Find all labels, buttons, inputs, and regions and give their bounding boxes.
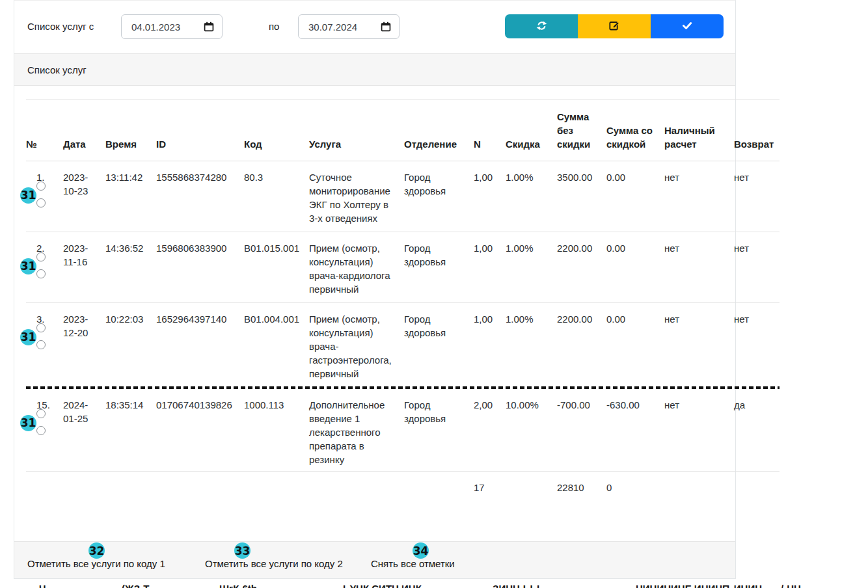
check-icon [681, 20, 693, 33]
date-cell: 2023-10-23 [63, 161, 105, 232]
action-button-group [505, 14, 724, 38]
confirm-button[interactable] [651, 14, 724, 38]
date-to-input[interactable]: 30.07.2024 [298, 14, 400, 39]
time-cell: 10:22:03 [105, 303, 156, 386]
filter-row: Список услуг с 04.01.2023 по 30.07.2024 [14, 1, 735, 53]
mark-all-code1-link[interactable]: Отметить все услуги по коду 1 [27, 558, 165, 569]
row-radio-code2[interactable] [36, 426, 46, 435]
date-cell: 2024-01-25 [63, 389, 105, 471]
row-num-cell: 15. 31 [26, 389, 63, 471]
footer-bar: Отметить все услуги по коду 1 Отметить в… [14, 541, 735, 578]
sum-without-cell: 2200.00 [557, 303, 606, 386]
som-marker-32: 32 [88, 542, 105, 559]
cash-cell: нет [664, 161, 734, 232]
refund-cell: да [734, 389, 780, 471]
code-cell: 80.3 [244, 161, 309, 232]
id-cell: 1652964397140 [156, 303, 244, 386]
totals-sum-without: 22810 [557, 472, 606, 511]
n-cell: 2,00 [474, 389, 506, 471]
cash-cell: нет [664, 389, 734, 471]
services-table: № Дата Время ID Код Услуга Отделение N С… [26, 99, 780, 511]
col-header-time: Время [105, 100, 156, 161]
mark-all-code2-link[interactable]: Отметить все услуги по коду 2 [205, 558, 343, 569]
table-row: 1. 31 2023-10-23 13:11:42 1555868374280 … [26, 161, 780, 232]
col-header-n: N [474, 100, 506, 161]
som-marker-33: 33 [234, 542, 251, 559]
n-cell: 1,00 [474, 232, 506, 302]
time-cell: 18:35:14 [105, 389, 156, 471]
discount-cell: 1.00% [506, 232, 557, 302]
sum-without-cell: -700.00 [557, 389, 606, 471]
department-cell: Город здоровья [404, 303, 474, 386]
row-number: 15. [36, 399, 50, 410]
sum-with-cell: 0.00 [606, 303, 664, 386]
service-cell: Суточное мониторирование ЭКГ по Холтеру … [309, 161, 404, 232]
cash-cell: нет [664, 232, 734, 302]
col-header-sum-with: Сумма со скидкой [606, 100, 664, 161]
sum-with-cell: 0.00 [606, 161, 664, 232]
clipped-text: ЬИНИН [727, 583, 762, 588]
code-cell: 1000.113 [244, 389, 309, 471]
date-from-input[interactable]: 04.01.2023 [121, 14, 223, 39]
time-cell: 13:11:42 [105, 161, 156, 232]
row-radio-code1[interactable] [36, 323, 46, 332]
refresh-button[interactable] [505, 14, 578, 38]
refund-cell: нет [734, 232, 780, 302]
row-num-cell: 2. 31 [26, 232, 63, 302]
id-cell: 1555868374280 [156, 161, 244, 232]
discount-cell: 10.00% [506, 389, 557, 471]
table-header-row: № Дата Время ID Код Услуга Отделение N С… [26, 99, 780, 161]
discount-cell: 1.00% [506, 161, 557, 232]
edit-button[interactable] [578, 14, 651, 38]
clipped-text: ЬУНК СИТН ИНК [343, 583, 422, 588]
section-title: Список услуг [27, 64, 87, 75]
row-radio-code1[interactable] [36, 409, 46, 418]
id-cell: 1596806383900 [156, 232, 244, 302]
row-num-cell: 1. 31 [26, 161, 63, 232]
row-radio-code2[interactable] [36, 340, 46, 349]
sum-with-cell: 0.00 [606, 232, 664, 302]
department-cell: Город здоровья [404, 389, 474, 471]
calendar-icon[interactable] [204, 21, 214, 32]
row-radio-code1[interactable] [36, 181, 46, 191]
n-cell: 1,00 [474, 161, 506, 232]
date-to-value: 30.07.2024 [308, 21, 357, 33]
row-radio-code1[interactable] [36, 252, 46, 261]
col-header-code: Код [244, 100, 309, 161]
clipped-text: НИНИНИНЕ ИНИНЕ [636, 583, 729, 588]
code-cell: B01.015.001 [244, 232, 309, 302]
clipped-next-row: Ч— (ЖЗ-Т ШгК-6th ЬУНК СИТН ИНК ЗИНН-ЬЫ Н… [26, 583, 865, 588]
clipped-text: (ЖЗ-Т [122, 583, 149, 588]
date-from-value: 04.01.2023 [131, 21, 180, 33]
code-cell: B01.004.001 [244, 303, 309, 386]
service-cell: Прием (осмотр, консультация) врача-гастр… [309, 303, 404, 386]
refund-cell: нет [734, 161, 780, 232]
section-header-bar: Список услуг [14, 53, 735, 86]
cash-cell: нет [664, 303, 734, 386]
filter-label: Список услуг с [27, 21, 94, 32]
table-row: 3. 31 2023-12-20 10:22:03 1652964397140 … [26, 303, 780, 386]
row-num-cell: 3. 31 [26, 303, 63, 386]
totals-n: 17 [474, 472, 506, 511]
clipped-text: ЗИНН-ЬЫ [493, 583, 539, 588]
id-cell: 01706740139826 [156, 389, 244, 471]
som-marker-34: 34 [413, 542, 429, 559]
row-radio-code2[interactable] [36, 198, 46, 207]
totals-row: 17 22810 0 [26, 472, 780, 511]
calendar-icon[interactable] [381, 21, 391, 32]
refresh-icon [536, 20, 548, 34]
som-marker-31: 31 [20, 329, 36, 345]
refund-cell: нет [734, 303, 780, 386]
clear-marks-link[interactable]: Снять все отметки [371, 558, 455, 569]
clipped-text: /-НН [781, 583, 801, 588]
col-header-num: № [26, 100, 63, 161]
department-cell: Город здоровья [404, 161, 474, 232]
som-marker-31: 31 [20, 415, 36, 431]
edit-icon [608, 20, 620, 33]
clipped-text: Ч— [39, 583, 56, 588]
sum-with-cell: -630.00 [606, 389, 664, 471]
service-cell: Дополнительное введение 1 лекарственного… [309, 389, 404, 471]
row-radio-code2[interactable] [36, 269, 46, 278]
col-header-sum-without: Сумма без скидки [557, 100, 606, 161]
col-header-cash: Наличный расчет [664, 100, 734, 161]
